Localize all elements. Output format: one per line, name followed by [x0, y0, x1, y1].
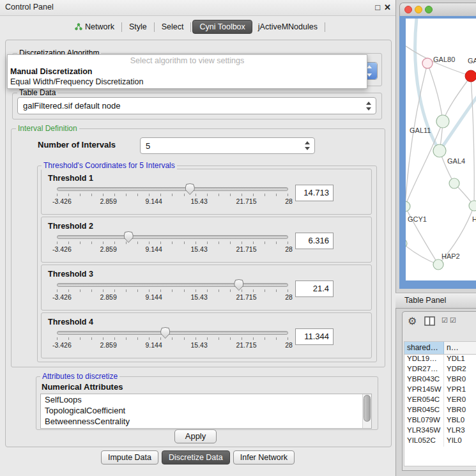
cell-shared-name[interactable]: YPR145W — [404, 385, 444, 395]
network-node-label[interactable]: GCY1 — [408, 215, 427, 223]
network-node[interactable] — [433, 259, 443, 270]
network-node[interactable] — [433, 144, 446, 157]
select-all-check-icon[interactable]: ☑ — [441, 316, 448, 325]
threshold-3-slider[interactable]: -3.426 2.859 9.144 15.43 21.715 28 — [57, 283, 288, 301]
tab-infer-network[interactable]: Infer Network — [233, 450, 295, 464]
table-row[interactable]: YER054C YER0 — [404, 395, 476, 406]
threshold-2-slider[interactable]: -3.426 2.859 9.144 15.43 21.715 28 — [57, 235, 288, 253]
slider-ticks — [57, 242, 288, 244]
slider-track[interactable] — [57, 187, 288, 191]
tab-separator — [325, 22, 325, 32]
tab-select[interactable]: Select — [156, 20, 190, 34]
cell-name[interactable]: YDL1 — [444, 355, 476, 365]
list-item[interactable]: BetweennessCentrality — [41, 416, 371, 427]
network-node-label[interactable]: GAL11 — [410, 127, 431, 134]
cell-name[interactable]: YER0 — [444, 395, 476, 406]
close-traffic-light[interactable] — [404, 6, 412, 13]
slider-ticks — [57, 194, 288, 196]
table-data-value: galFiltered.sif default node — [23, 98, 360, 114]
table-row[interactable]: YIL052C YIL0 — [404, 436, 476, 447]
network-window-titlebar — [399, 3, 476, 17]
table-row[interactable]: YBL079W YBL0 — [404, 416, 476, 426]
network-node-selected[interactable] — [465, 70, 476, 82]
table-data-group-title: Table Data — [17, 88, 58, 97]
cell-name[interactable]: YBL0 — [444, 416, 476, 426]
network-node[interactable] — [436, 115, 449, 128]
cell-name[interactable]: YLR3 — [444, 426, 476, 436]
interval-definition-title: Interval Definition — [16, 124, 79, 133]
threshold-1-value-field[interactable]: 14.713 — [295, 185, 334, 201]
columns-icon[interactable] — [424, 316, 435, 326]
column-header-shared-name[interactable]: shared… — [404, 342, 444, 354]
scrollbar-thumb[interactable] — [364, 395, 371, 422]
network-node-label[interactable]: GAL4 — [447, 157, 465, 165]
cell-shared-name[interactable]: YDL19… — [404, 355, 444, 365]
top-tab-bar: Network Style Select Cyni Toolbox jActiv… — [0, 18, 395, 36]
cell-name[interactable]: YBR0 — [444, 406, 476, 416]
threshold-4-value-field[interactable]: 11.344 — [295, 328, 334, 345]
cell-name[interactable]: YBR0 — [444, 375, 476, 385]
network-node[interactable] — [422, 58, 433, 68]
combo-stepper-icon[interactable] — [305, 141, 311, 150]
network-node-label[interactable]: GAL80 — [433, 56, 455, 63]
network-node[interactable] — [406, 201, 410, 211]
list-item[interactable]: TopologicalCoefficient — [41, 405, 371, 416]
apply-button[interactable]: Apply — [174, 429, 217, 443]
control-panel-titlebar: Control Panel □ ✕ — [0, 0, 395, 16]
tab-style[interactable]: Style — [123, 20, 153, 34]
cell-shared-name[interactable]: YIL052C — [404, 436, 444, 447]
cell-name[interactable]: YPR1 — [444, 385, 476, 395]
cell-shared-name[interactable]: YLR345W — [404, 426, 444, 436]
gear-icon[interactable]: ⚙ — [408, 315, 417, 327]
cell-shared-name[interactable]: YER054C — [404, 395, 444, 406]
network-view-window: GAL80 GA GAL11 GAL4 GCY1 H HAP2 — [399, 3, 476, 289]
scale-label: -3.426 — [52, 197, 72, 205]
network-node-label[interactable]: H — [472, 215, 476, 223]
tab-separator — [154, 22, 155, 32]
threshold-1-panel: Threshold 1 -3.426 2.859 9.144 15.43 21.… — [41, 169, 372, 215]
combo-stepper-icon[interactable] — [366, 102, 372, 111]
list-item[interactable]: SelfLoops — [41, 394, 371, 405]
cell-shared-name[interactable]: YBR043C — [404, 375, 444, 385]
cell-shared-name[interactable]: YBL079W — [404, 416, 444, 426]
close-window-icon[interactable]: ✕ — [384, 3, 391, 12]
cell-name[interactable]: YIL0 — [444, 436, 476, 447]
minimize-traffic-light[interactable] — [415, 6, 422, 13]
threshold-4-slider[interactable]: -3.426 2.859 9.144 15.43 21.715 28 — [57, 331, 288, 349]
network-node[interactable] — [449, 178, 459, 188]
network-node[interactable] — [469, 201, 476, 211]
cell-name[interactable]: YDR2 — [444, 365, 476, 375]
threshold-1-slider[interactable]: -3.426 2.859 9.144 15.43 21.715 28 — [57, 187, 288, 205]
restore-window-icon[interactable]: □ — [375, 3, 380, 12]
table-row[interactable]: YDL19… YDL1 — [404, 355, 476, 365]
popup-header: Select algorithm to view settings — [8, 56, 367, 65]
slider-track[interactable] — [57, 283, 288, 287]
tab-network[interactable]: Network — [69, 20, 120, 34]
slider-track[interactable] — [57, 331, 288, 335]
table-row[interactable]: YPR145W YPR1 — [404, 385, 476, 395]
network-node-label[interactable]: GA — [468, 57, 476, 65]
table-data-combobox[interactable]: galFiltered.sif default node — [17, 97, 376, 114]
tab-cyni-toolbox[interactable]: Cyni Toolbox — [192, 20, 252, 34]
cell-shared-name[interactable]: YDR27… — [404, 365, 444, 375]
column-header-name[interactable]: n… — [444, 342, 476, 354]
table-row[interactable]: YBR043C YBR0 — [404, 375, 476, 385]
list-scrollbar[interactable] — [362, 394, 371, 428]
popup-item-manual-discretization[interactable]: Manual Discretization — [10, 67, 364, 76]
threshold-2-value-field[interactable]: 6.316 — [295, 233, 334, 249]
zoom-traffic-light[interactable] — [425, 6, 433, 13]
network-node-label[interactable]: HAP2 — [441, 252, 460, 260]
slider-scale: -3.426 2.859 9.144 15.43 21.715 28 — [52, 341, 293, 349]
number-of-intervals-combobox[interactable]: 5 — [140, 137, 315, 154]
table-row[interactable]: YBR045C YBR0 — [404, 406, 476, 416]
table-row[interactable]: YLR345W YLR3 — [404, 426, 476, 436]
tab-jactivemnodules[interactable]: jActiveMNodules — [252, 20, 323, 34]
cell-shared-name[interactable]: YBR045C — [404, 406, 444, 416]
slider-track[interactable] — [57, 235, 288, 239]
tab-discretize-data[interactable]: Discretize Data — [162, 450, 230, 464]
select-column-check-icon[interactable]: ☑ — [450, 316, 456, 325]
table-row[interactable]: YDR27… YDR2 — [404, 365, 476, 375]
tab-impute-data[interactable]: Impute Data — [101, 450, 158, 464]
popup-item-equal-width-frequency[interactable]: Equal Width/Frequency Discretization — [10, 77, 364, 86]
threshold-3-value-field[interactable]: 21.4 — [295, 280, 334, 297]
